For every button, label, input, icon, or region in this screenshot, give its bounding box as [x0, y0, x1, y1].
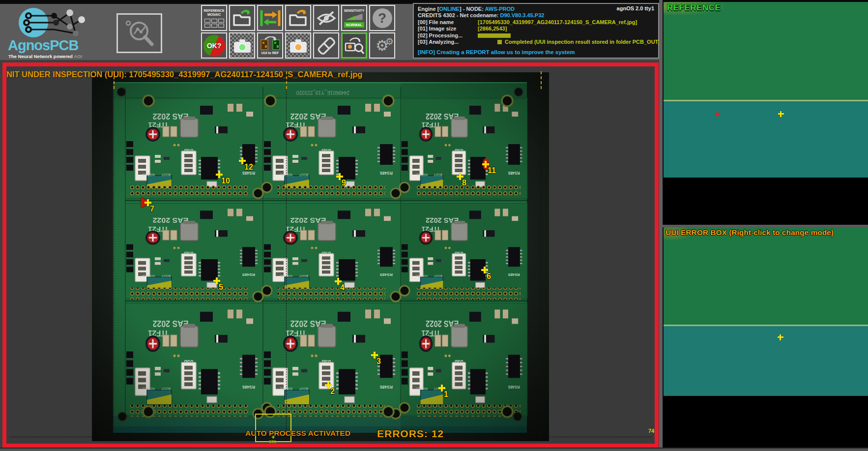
markers-layer: 123456789101112 — [6, 66, 655, 444]
process-box: + 601 — [255, 414, 291, 442]
app-window: AgnosPCB The Neural Network powered AOI … — [0, 0, 868, 451]
brand-name: AgnosPCB — [8, 37, 78, 54]
uui-to-ref-icon — [259, 36, 282, 51]
analyzing-row: [03] Analyzing...Completed (UUI inspecti… — [418, 39, 654, 45]
camera-green-icon — [232, 37, 252, 54]
uui-to-ref-button[interactable]: UUI to REF — [257, 32, 283, 59]
swap-arrows-icon — [259, 9, 282, 28]
mosaic-grid-icon — [204, 19, 224, 28]
open-reference-button[interactable] — [229, 5, 255, 31]
analyzing-swatch — [497, 40, 502, 44]
sensitivity-gauge-icon — [346, 14, 363, 20]
sensitivity-mode-badge: NORMAL — [344, 22, 364, 28]
folder-green-arrow-icon — [231, 8, 253, 28]
camera-orange-icon — [289, 37, 308, 54]
open-uui-button[interactable] — [285, 5, 311, 31]
brand-tagline: The Neural Network powered AOI — [8, 54, 82, 59]
question-icon: ? — [373, 8, 392, 28]
main-inspection-area[interactable]: EAS 2022 ITF21 — [2, 62, 659, 448]
eraser-icon — [316, 35, 337, 56]
reference-title: REFERENCE — [667, 3, 721, 13]
info-line: [INFO] Creating a REPORT allow us to imp… — [418, 49, 654, 56]
swap-uui-ref-button[interactable] — [257, 5, 283, 31]
processing-bar — [478, 33, 511, 38]
folder-orange-arrow-icon — [288, 8, 309, 28]
eye-slash-icon — [316, 9, 337, 27]
ok-icon: OK? — [203, 35, 225, 57]
eraser-button[interactable] — [313, 32, 339, 59]
camera-magnifier-icon — [344, 36, 365, 55]
process-box-number: 601 — [269, 439, 276, 444]
main-area-margin: EAS 2022 ITF21 — [0, 60, 659, 451]
reference-mosaic-button[interactable]: REFERENCEMOSAIC — [201, 5, 227, 31]
logo-magnifier-box — [116, 13, 162, 53]
processing-row: [02] Processing... — [418, 32, 654, 39]
magnifier-trend-icon — [121, 16, 158, 51]
uui-title: UNIT UNDER INSPECTION (UUI): 1705495330_… — [6, 70, 362, 79]
hide-overlays-button[interactable] — [313, 5, 339, 31]
reference-panel[interactable]: REFERENCE — [664, 2, 868, 225]
errors-count-label: ERRORS: 12 — [377, 428, 444, 440]
brand-network-icon — [7, 5, 105, 39]
error-box-panel[interactable]: UUI ERROR BOX (Right-click to change mod… — [664, 227, 868, 448]
capture-reference-button[interactable] — [229, 32, 255, 59]
gears-icon: ⚙⚙ — [376, 38, 389, 53]
file-name-row: [00] File name[1705495330_4319997_AG2401… — [418, 19, 654, 26]
image-size-row: [01] Image size[2866,2543] — [418, 26, 654, 32]
ok-button[interactable]: OK? — [201, 32, 227, 59]
right-panels: REFERENCE UUI ERROR BOX (Right-click to … — [659, 0, 868, 451]
inspect-zoom-button[interactable] — [341, 32, 367, 59]
credits-line: CREDITS 4302 - Net codename: D90.V80.3.4… — [418, 12, 654, 19]
error-box-title: UUI ERROR BOX (Right-click to change mod… — [665, 228, 834, 237]
reference-marker-dot — [716, 113, 719, 116]
settings-button[interactable]: ⚙⚙ — [369, 32, 395, 59]
capture-uui-button[interactable] — [285, 32, 311, 59]
os-version-label: agnOS 2.0 tty1 — [617, 5, 654, 12]
help-button[interactable]: ? — [369, 5, 395, 31]
status-panel: agnOS 2.0 tty1 Engine [ONLINE] - NODE: A… — [413, 3, 659, 59]
main-inspection-viewport[interactable]: EAS 2022 ITF21 — [6, 66, 655, 444]
bottom-strip — [0, 448, 868, 451]
corner-number: 745 — [648, 428, 655, 434]
sensitivity-button[interactable]: SENSITIVITY NORMAL — [341, 5, 367, 31]
auto-process-label: AUTO PROCESS ACTIVATED — [245, 429, 350, 438]
brand-logo: AgnosPCB The Neural Network powered AOI — [7, 5, 105, 60]
